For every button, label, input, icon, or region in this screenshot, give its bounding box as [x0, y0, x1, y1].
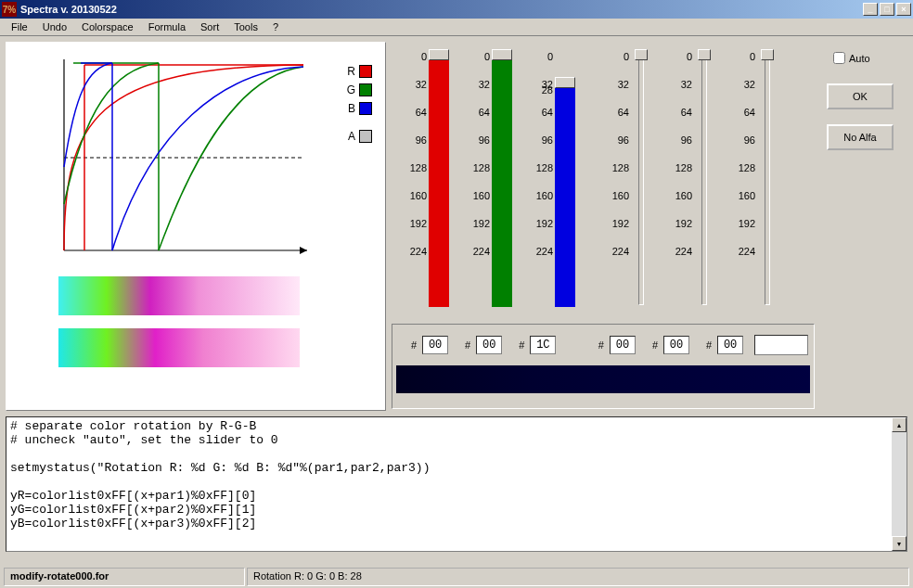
- controls-panel: 0326496128160192224032649612816019222403…: [392, 42, 907, 411]
- slider-thumb[interactable]: [761, 49, 774, 60]
- maximize-button[interactable]: □: [880, 3, 894, 16]
- window-title: Spectra v. 20130522: [20, 4, 863, 15]
- tick-label: 224: [456, 246, 490, 257]
- tick-label: 224: [722, 246, 755, 257]
- menu-help[interactable]: ?: [265, 19, 286, 34]
- legend-swatch: [359, 130, 372, 143]
- menu-tools[interactable]: Tools: [226, 19, 265, 34]
- tick-label: 128: [520, 162, 553, 173]
- tick-label: 32: [659, 79, 692, 90]
- tick-label: 96: [659, 134, 692, 146]
- tick-label: 224: [393, 246, 427, 257]
- slider-track[interactable]: [638, 51, 644, 305]
- tick-label: 160: [596, 190, 629, 201]
- legend-item-a: A: [342, 130, 372, 143]
- tick-label: 192: [393, 218, 427, 229]
- legend-label: A: [342, 130, 355, 143]
- slider-fill: [555, 86, 575, 307]
- slider-ticks: 0326496128160192224: [659, 51, 692, 257]
- slider-red: 0326496128160192224: [392, 45, 455, 316]
- tick-label: 96: [722, 134, 755, 146]
- workarea: RGBA 03264961281601922240326496128160192…: [0, 36, 913, 416]
- tick-label: 96: [393, 134, 427, 146]
- tick-label: 160: [722, 190, 755, 201]
- code-textarea[interactable]: [6, 417, 892, 551]
- scroll-track[interactable]: [892, 432, 907, 536]
- legend: RGBA: [342, 65, 372, 148]
- tick-label: 224: [520, 246, 553, 257]
- close-button[interactable]: ×: [896, 3, 911, 16]
- slider-ticks: 0326496128160192224: [456, 51, 490, 257]
- legend-item-b: B: [342, 102, 372, 115]
- tick-label: 160: [456, 190, 490, 201]
- slider-fill: [429, 60, 449, 307]
- color-preview: [754, 335, 808, 355]
- scroll-down-icon[interactable]: ▾: [892, 536, 907, 551]
- hex-input-2[interactable]: [530, 336, 556, 354]
- slider-thumb[interactable]: [698, 49, 711, 60]
- slider-thumb[interactable]: [429, 49, 449, 60]
- hex-input-4[interactable]: [610, 336, 636, 354]
- slider-fill: [492, 60, 512, 307]
- tick-label: 224: [659, 246, 692, 257]
- menu-colorspace[interactable]: Colorspace: [74, 19, 141, 34]
- slider-track[interactable]: [765, 51, 770, 305]
- slider-blue: 032649612816019222428: [518, 45, 581, 316]
- menu-file[interactable]: File: [4, 19, 35, 34]
- tick-label: 64: [596, 107, 629, 118]
- auto-checkbox[interactable]: [833, 52, 845, 64]
- slider-ticks: 0326496128160192224: [393, 51, 427, 257]
- tick-label: 128: [393, 162, 427, 173]
- legend-item-g: G: [342, 83, 372, 96]
- graph-panel: RGBA: [6, 42, 386, 411]
- hash-label: #: [598, 339, 604, 351]
- hex-input-6[interactable]: [717, 336, 743, 354]
- legend-swatch: [359, 102, 372, 115]
- scrollbar[interactable]: ▴ ▾: [892, 417, 907, 551]
- slider-thumb[interactable]: [555, 77, 575, 88]
- tick-label: 128: [659, 162, 692, 173]
- hash-label: #: [465, 339, 470, 351]
- tick-label: 32: [722, 79, 755, 90]
- window-buttons: _ □ ×: [863, 3, 911, 16]
- legend-label: G: [342, 83, 355, 96]
- menu-sort[interactable]: Sort: [193, 19, 226, 34]
- tick-label: 128: [596, 162, 629, 173]
- code-editor: ▴ ▾: [6, 416, 907, 552]
- tick-label: 32: [393, 79, 427, 90]
- hex-input-0[interactable]: [422, 336, 448, 354]
- slider-value-badge: 28: [536, 84, 553, 96]
- tick-label: 96: [596, 134, 629, 146]
- tick-label: 64: [722, 107, 755, 118]
- no-alfa-button[interactable]: No Alfa: [827, 124, 894, 150]
- slider-green: 0326496128160192224: [455, 45, 518, 316]
- tick-label: 0: [520, 51, 553, 62]
- hex-row: ######: [392, 325, 814, 365]
- legend-swatch: [359, 83, 372, 96]
- tick-label: 192: [520, 218, 553, 229]
- tick-label: 0: [659, 51, 692, 62]
- tick-label: 192: [596, 218, 629, 229]
- legend-label: R: [342, 65, 355, 78]
- result-color-bar: [396, 365, 810, 393]
- ok-button[interactable]: OK: [827, 83, 894, 109]
- tick-label: 64: [659, 107, 692, 118]
- minimize-button[interactable]: _: [863, 3, 878, 16]
- app-icon: 7%: [2, 2, 17, 17]
- hex-input-1[interactable]: [476, 336, 502, 354]
- hex-input-5[interactable]: [663, 336, 689, 354]
- slider-thumb[interactable]: [492, 49, 512, 60]
- hex-cell-4: #: [585, 336, 636, 354]
- gradient-preview-1: [58, 276, 300, 315]
- hash-label: #: [652, 339, 658, 351]
- slider-track[interactable]: [701, 51, 707, 305]
- tick-label: 128: [722, 162, 755, 173]
- scroll-up-icon[interactable]: ▴: [892, 417, 907, 432]
- tick-label: 96: [456, 134, 490, 146]
- tick-label: 160: [520, 190, 553, 201]
- slider-thumb[interactable]: [635, 49, 648, 60]
- statusbar: modify-rotate000.for Rotation R: 0 G: 0 …: [4, 568, 909, 586]
- auto-label: Auto: [849, 53, 870, 64]
- menu-undo[interactable]: Undo: [35, 19, 74, 34]
- menu-formula[interactable]: Formula: [141, 19, 193, 34]
